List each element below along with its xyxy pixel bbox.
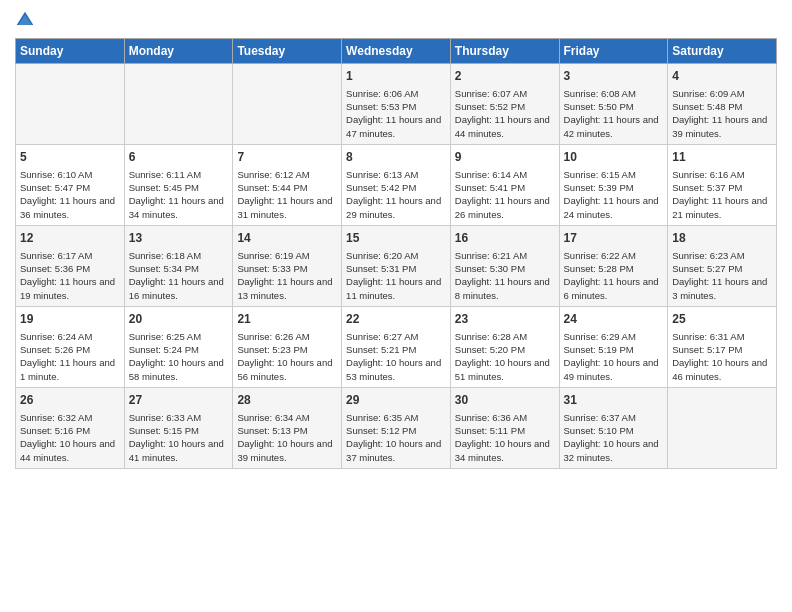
weekday-header: Saturday [668, 39, 777, 64]
day-info: Sunrise: 6:25 AM Sunset: 5:24 PM Dayligh… [129, 330, 229, 383]
day-info: Sunrise: 6:07 AM Sunset: 5:52 PM Dayligh… [455, 87, 555, 140]
calendar-week-row: 26Sunrise: 6:32 AM Sunset: 5:16 PM Dayli… [16, 387, 777, 468]
calendar-cell: 22Sunrise: 6:27 AM Sunset: 5:21 PM Dayli… [342, 306, 451, 387]
calendar-cell: 17Sunrise: 6:22 AM Sunset: 5:28 PM Dayli… [559, 225, 668, 306]
day-number: 19 [20, 311, 120, 328]
day-info: Sunrise: 6:08 AM Sunset: 5:50 PM Dayligh… [564, 87, 664, 140]
calendar-cell: 6Sunrise: 6:11 AM Sunset: 5:45 PM Daylig… [124, 144, 233, 225]
calendar-cell: 25Sunrise: 6:31 AM Sunset: 5:17 PM Dayli… [668, 306, 777, 387]
day-number: 1 [346, 68, 446, 85]
calendar-cell: 14Sunrise: 6:19 AM Sunset: 5:33 PM Dayli… [233, 225, 342, 306]
calendar-cell: 10Sunrise: 6:15 AM Sunset: 5:39 PM Dayli… [559, 144, 668, 225]
calendar-cell: 13Sunrise: 6:18 AM Sunset: 5:34 PM Dayli… [124, 225, 233, 306]
day-number: 12 [20, 230, 120, 247]
day-info: Sunrise: 6:37 AM Sunset: 5:10 PM Dayligh… [564, 411, 664, 464]
day-number: 20 [129, 311, 229, 328]
day-info: Sunrise: 6:15 AM Sunset: 5:39 PM Dayligh… [564, 168, 664, 221]
day-info: Sunrise: 6:17 AM Sunset: 5:36 PM Dayligh… [20, 249, 120, 302]
day-number: 7 [237, 149, 337, 166]
calendar-cell [233, 64, 342, 145]
calendar-cell: 11Sunrise: 6:16 AM Sunset: 5:37 PM Dayli… [668, 144, 777, 225]
calendar-cell: 24Sunrise: 6:29 AM Sunset: 5:19 PM Dayli… [559, 306, 668, 387]
day-number: 22 [346, 311, 446, 328]
day-number: 25 [672, 311, 772, 328]
calendar-cell [124, 64, 233, 145]
calendar-cell: 30Sunrise: 6:36 AM Sunset: 5:11 PM Dayli… [450, 387, 559, 468]
day-number: 15 [346, 230, 446, 247]
calendar-body: 1Sunrise: 6:06 AM Sunset: 5:53 PM Daylig… [16, 64, 777, 469]
day-number: 30 [455, 392, 555, 409]
day-number: 31 [564, 392, 664, 409]
weekday-header: Sunday [16, 39, 125, 64]
calendar-week-row: 5Sunrise: 6:10 AM Sunset: 5:47 PM Daylig… [16, 144, 777, 225]
day-number: 29 [346, 392, 446, 409]
day-number: 18 [672, 230, 772, 247]
calendar-cell: 1Sunrise: 6:06 AM Sunset: 5:53 PM Daylig… [342, 64, 451, 145]
day-info: Sunrise: 6:33 AM Sunset: 5:15 PM Dayligh… [129, 411, 229, 464]
day-number: 13 [129, 230, 229, 247]
day-info: Sunrise: 6:31 AM Sunset: 5:17 PM Dayligh… [672, 330, 772, 383]
day-number: 11 [672, 149, 772, 166]
calendar-cell: 12Sunrise: 6:17 AM Sunset: 5:36 PM Dayli… [16, 225, 125, 306]
calendar-cell: 28Sunrise: 6:34 AM Sunset: 5:13 PM Dayli… [233, 387, 342, 468]
day-info: Sunrise: 6:32 AM Sunset: 5:16 PM Dayligh… [20, 411, 120, 464]
logo [15, 10, 39, 30]
calendar-table: SundayMondayTuesdayWednesdayThursdayFrid… [15, 38, 777, 469]
calendar-cell: 19Sunrise: 6:24 AM Sunset: 5:26 PM Dayli… [16, 306, 125, 387]
day-number: 27 [129, 392, 229, 409]
day-number: 17 [564, 230, 664, 247]
day-info: Sunrise: 6:27 AM Sunset: 5:21 PM Dayligh… [346, 330, 446, 383]
calendar-cell: 4Sunrise: 6:09 AM Sunset: 5:48 PM Daylig… [668, 64, 777, 145]
day-info: Sunrise: 6:09 AM Sunset: 5:48 PM Dayligh… [672, 87, 772, 140]
weekday-header: Monday [124, 39, 233, 64]
day-info: Sunrise: 6:28 AM Sunset: 5:20 PM Dayligh… [455, 330, 555, 383]
day-number: 26 [20, 392, 120, 409]
day-number: 8 [346, 149, 446, 166]
day-info: Sunrise: 6:26 AM Sunset: 5:23 PM Dayligh… [237, 330, 337, 383]
day-info: Sunrise: 6:22 AM Sunset: 5:28 PM Dayligh… [564, 249, 664, 302]
day-info: Sunrise: 6:13 AM Sunset: 5:42 PM Dayligh… [346, 168, 446, 221]
calendar-cell: 8Sunrise: 6:13 AM Sunset: 5:42 PM Daylig… [342, 144, 451, 225]
calendar-cell: 29Sunrise: 6:35 AM Sunset: 5:12 PM Dayli… [342, 387, 451, 468]
day-number: 2 [455, 68, 555, 85]
day-info: Sunrise: 6:06 AM Sunset: 5:53 PM Dayligh… [346, 87, 446, 140]
calendar-cell: 21Sunrise: 6:26 AM Sunset: 5:23 PM Dayli… [233, 306, 342, 387]
weekday-header: Thursday [450, 39, 559, 64]
calendar-cell: 9Sunrise: 6:14 AM Sunset: 5:41 PM Daylig… [450, 144, 559, 225]
day-number: 14 [237, 230, 337, 247]
calendar-week-row: 12Sunrise: 6:17 AM Sunset: 5:36 PM Dayli… [16, 225, 777, 306]
calendar-cell: 3Sunrise: 6:08 AM Sunset: 5:50 PM Daylig… [559, 64, 668, 145]
calendar-cell: 16Sunrise: 6:21 AM Sunset: 5:30 PM Dayli… [450, 225, 559, 306]
day-info: Sunrise: 6:36 AM Sunset: 5:11 PM Dayligh… [455, 411, 555, 464]
calendar-cell: 26Sunrise: 6:32 AM Sunset: 5:16 PM Dayli… [16, 387, 125, 468]
day-number: 9 [455, 149, 555, 166]
day-info: Sunrise: 6:14 AM Sunset: 5:41 PM Dayligh… [455, 168, 555, 221]
calendar-cell: 20Sunrise: 6:25 AM Sunset: 5:24 PM Dayli… [124, 306, 233, 387]
calendar-cell: 2Sunrise: 6:07 AM Sunset: 5:52 PM Daylig… [450, 64, 559, 145]
day-number: 28 [237, 392, 337, 409]
day-number: 23 [455, 311, 555, 328]
calendar-header: SundayMondayTuesdayWednesdayThursdayFrid… [16, 39, 777, 64]
calendar-cell: 23Sunrise: 6:28 AM Sunset: 5:20 PM Dayli… [450, 306, 559, 387]
calendar-cell: 15Sunrise: 6:20 AM Sunset: 5:31 PM Dayli… [342, 225, 451, 306]
calendar-cell: 5Sunrise: 6:10 AM Sunset: 5:47 PM Daylig… [16, 144, 125, 225]
day-info: Sunrise: 6:11 AM Sunset: 5:45 PM Dayligh… [129, 168, 229, 221]
day-info: Sunrise: 6:21 AM Sunset: 5:30 PM Dayligh… [455, 249, 555, 302]
calendar-cell: 7Sunrise: 6:12 AM Sunset: 5:44 PM Daylig… [233, 144, 342, 225]
day-info: Sunrise: 6:16 AM Sunset: 5:37 PM Dayligh… [672, 168, 772, 221]
day-number: 10 [564, 149, 664, 166]
calendar-week-row: 19Sunrise: 6:24 AM Sunset: 5:26 PM Dayli… [16, 306, 777, 387]
page-container: SundayMondayTuesdayWednesdayThursdayFrid… [0, 0, 792, 479]
calendar-week-row: 1Sunrise: 6:06 AM Sunset: 5:53 PM Daylig… [16, 64, 777, 145]
page-header [15, 10, 777, 30]
weekday-header: Wednesday [342, 39, 451, 64]
calendar-cell [668, 387, 777, 468]
day-info: Sunrise: 6:24 AM Sunset: 5:26 PM Dayligh… [20, 330, 120, 383]
calendar-cell: 27Sunrise: 6:33 AM Sunset: 5:15 PM Dayli… [124, 387, 233, 468]
day-number: 4 [672, 68, 772, 85]
day-number: 5 [20, 149, 120, 166]
day-number: 16 [455, 230, 555, 247]
logo-icon [15, 10, 35, 30]
day-number: 3 [564, 68, 664, 85]
day-info: Sunrise: 6:23 AM Sunset: 5:27 PM Dayligh… [672, 249, 772, 302]
